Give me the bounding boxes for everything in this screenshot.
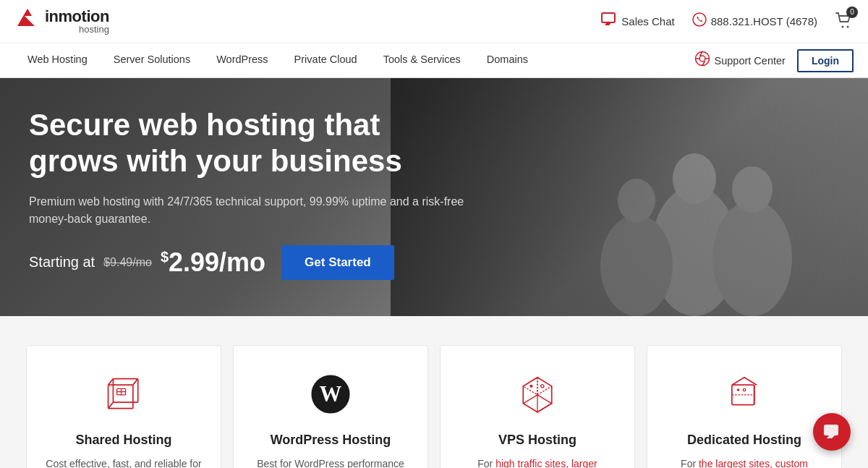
vps-hosting-title: VPS Hosting [498,433,576,448]
svg-point-11 [673,153,716,204]
card-wordpress-hosting[interactable]: W WordPress Hosting Best for WordPress p… [233,345,428,468]
svg-line-20 [109,402,114,409]
hosting-cards: Shared Hosting Cost effective, fast, and… [0,316,868,468]
svg-rect-39 [824,425,838,435]
svg-marker-29 [537,395,552,412]
nav-item-tools-services[interactable]: Tools & Services [370,43,474,78]
hero-old-price: $9.49/mo [103,256,152,269]
svg-line-19 [133,378,138,385]
svg-point-12 [712,200,792,316]
get-started-button[interactable]: Get Started [281,245,394,280]
nav-item-private-cloud[interactable]: Private Cloud [281,43,370,78]
svg-point-15 [618,179,655,222]
svg-text:W: W [320,382,342,407]
support-icon [694,51,710,70]
hero-price-symbol: $ [161,249,169,265]
header-right: Sales Chat 888.321.HOST (4678) 0 [601,11,854,33]
svg-point-37 [737,388,739,391]
nav-item-domains[interactable]: Domains [474,43,541,78]
shared-hosting-icon [98,369,149,420]
vps-desc-link[interactable]: high traffic sites, larger businesses an… [482,458,597,468]
support-center-label: Support Center [715,55,786,67]
svg-point-1 [693,13,706,26]
hero-new-price: $2.99/mo [161,247,265,278]
hero-starting-text: Starting at [29,254,95,271]
nav-right: Support Center Login [694,49,854,72]
logo-sub: hosting [45,25,109,34]
logo-brand: inmotion [45,9,109,25]
logo-icon [14,6,41,37]
wordpress-hosting-title: WordPress Hosting [271,433,391,448]
phone-number: 888.321.HOST (4678) [711,15,817,27]
svg-point-33 [529,384,532,387]
dedicated-hosting-icon [719,369,770,420]
dedicated-desc-link[interactable]: the largest sites, custom deployments an… [683,458,808,468]
wordpress-hosting-icon: W [305,369,356,420]
header: inmotion hosting Sales Chat 888.321.HOST… [0,0,868,43]
nav-item-web-hosting[interactable]: Web Hosting [14,43,101,78]
cart-button[interactable]: 0 [835,11,854,33]
card-vps-hosting[interactable]: VPS Hosting For high traffic sites, larg… [440,345,635,468]
login-button[interactable]: Login [797,49,854,72]
hero-content: Secure web hosting that grows with your … [29,107,477,287]
chat-bubble-button[interactable] [813,413,851,451]
phone-icon [692,12,707,30]
chat-bubble-icon [823,424,841,440]
shared-hosting-title: Shared Hosting [75,433,171,448]
logo[interactable]: inmotion hosting [14,6,109,37]
svg-point-34 [541,384,544,387]
vps-hosting-desc: For high traffic sites, larger businesse… [455,456,620,468]
card-shared-hosting[interactable]: Shared Hosting Cost effective, fast, and… [26,345,221,468]
hero-title: Secure web hosting that grows with your … [29,107,477,180]
wordpress-hosting-desc: Best for WordPress performance and value [248,456,413,468]
phone-area[interactable]: 888.321.HOST (4678) [692,12,817,30]
shared-hosting-desc: Cost effective, fast, and reliable for s… [41,456,206,468]
nav-items: Web Hosting Server Solutions WordPress P… [14,43,694,78]
svg-point-13 [732,166,773,213]
dedicated-hosting-desc: For the largest sites, custom deployment… [662,456,827,468]
cart-badge: 0 [846,7,858,18]
logo-text: inmotion hosting [45,9,109,34]
chat-icon [601,12,617,30]
dedicated-hosting-title: Dedicated Hosting [687,433,801,448]
hero-section: Secure web hosting that grows with your … [0,78,868,316]
sales-chat-label: Sales Chat [621,15,674,27]
svg-line-32 [523,395,537,404]
svg-line-31 [537,386,552,395]
svg-point-2 [842,25,844,27]
svg-point-5 [699,56,705,61]
nav-item-server-solutions[interactable]: Server Solutions [101,43,203,78]
sales-chat-button[interactable]: Sales Chat [601,12,674,30]
vps-hosting-icon [512,369,563,420]
svg-point-3 [847,25,849,27]
hero-subtitle: Premium web hosting with 24/7/365 techni… [29,193,477,228]
card-dedicated-hosting[interactable]: Dedicated Hosting For the largest sites,… [647,345,842,468]
svg-point-14 [600,215,673,316]
main-nav: Web Hosting Server Solutions WordPress P… [0,43,868,78]
svg-rect-0 [602,13,615,22]
svg-point-38 [743,388,745,391]
support-center-link[interactable]: Support Center [694,51,786,70]
nav-item-wordpress[interactable]: WordPress [203,43,281,78]
hero-pricing: Starting at $9.49/mo $2.99/mo Get Starte… [29,245,477,280]
svg-line-18 [109,378,114,385]
